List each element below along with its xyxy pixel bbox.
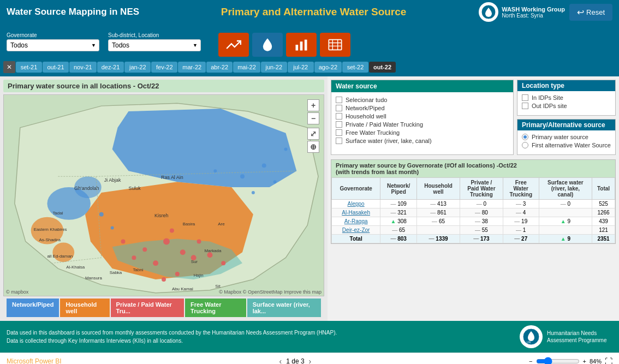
governorate-select[interactable]: Todos: [7, 39, 99, 51]
right-panel: Water source Selecionar tudo Network/Pip…: [328, 76, 619, 321]
fullscreen-icon[interactable]: ⛶: [605, 357, 612, 365]
timeline-item-out22[interactable]: out-22: [369, 62, 396, 73]
map-container[interactable]: Gh'andolah Ji Abjak Suluk Ras Al Ain Tad…: [3, 94, 324, 296]
svg-point-21: [121, 239, 126, 243]
cell-dez-free: — 1: [503, 226, 539, 235]
table-row: Deir-ez-Zor — 65 — 55 — 1 121: [332, 226, 615, 235]
lt-item-idps: In IDPs Site: [522, 94, 611, 101]
table-row: Aleppo — 109 — 413 — 0 — 3 — 0 525: [332, 200, 615, 208]
lt-checkbox-idps-in[interactable]: [522, 94, 528, 101]
zoom-slider[interactable]: [536, 357, 580, 365]
timeline-item-mai22[interactable]: mai-22: [233, 62, 260, 73]
chart-icon-button[interactable]: [286, 33, 317, 57]
svg-text:Markada: Markada: [204, 248, 221, 253]
col-piped: Network/Piped: [380, 178, 417, 200]
pa-label-alternative: First alternative Water Source: [532, 142, 611, 148]
cell-raqqa-paid: — 38: [460, 217, 503, 226]
timeline-item-ago22[interactable]: ago-22: [314, 62, 342, 73]
header: Water Source Mapping in NES Primary and …: [0, 0, 619, 24]
zoom-plus-icon[interactable]: +: [583, 358, 586, 365]
timeline-close-button[interactable]: ✕: [3, 61, 15, 73]
ws-item-piped: Network/Piped: [336, 105, 509, 111]
ws-label-surface: Surface water (river, lake, canal): [346, 138, 432, 144]
hnap-logo: UN: [520, 325, 543, 348]
timeline-item-mar22[interactable]: mar-22: [178, 62, 206, 73]
timeline-item-fev22[interactable]: fev-22: [151, 62, 177, 73]
ws-checkbox-paid[interactable]: [336, 121, 342, 128]
cell-hasakeh-free: — 4: [503, 208, 539, 217]
map-zoom-out-button[interactable]: −: [307, 112, 319, 124]
timeline-item-set21[interactable]: set-21: [16, 62, 42, 73]
svg-text:Ji Abjak: Ji Abjak: [104, 177, 121, 183]
map-section: Primary water source in all locations - …: [0, 76, 328, 321]
map-compass-button[interactable]: ⊕: [307, 141, 319, 153]
timeline-item-jul22[interactable]: jul-22: [288, 62, 314, 73]
cell-dez-total: 121: [592, 226, 615, 235]
map-fullscreen-button[interactable]: ⤢: [307, 128, 319, 140]
zoom-minus-icon[interactable]: −: [529, 358, 532, 365]
gov-total: Total: [332, 235, 380, 243]
trending-up-icon: [226, 37, 241, 52]
ws-item-free: Free Water Trucking: [336, 129, 509, 136]
filter-bar: Governorate Todos Sub-district, Location…: [0, 24, 619, 61]
svg-point-20: [162, 277, 166, 282]
cell-dez-paid: — 55: [460, 226, 503, 235]
ws-checkbox-all[interactable]: [336, 97, 342, 103]
table-icon-button[interactable]: [320, 33, 350, 57]
timeline-item-out21[interactable]: out-21: [43, 62, 69, 73]
cell-hasakeh-total: 1266: [592, 208, 615, 217]
timeline-item-set22[interactable]: set-22: [342, 62, 368, 73]
timeline-item-abr22[interactable]: abr-22: [206, 62, 233, 73]
legend-free-trucking: Free Water Trucking: [185, 299, 246, 317]
svg-point-29: [284, 148, 287, 151]
prev-page-button[interactable]: ‹: [279, 357, 282, 365]
svg-point-30: [273, 180, 277, 183]
timeline-item-dez21[interactable]: dez-21: [97, 62, 124, 73]
primary-alternative-box: Primary/Alternative source Primary water…: [517, 119, 616, 155]
map-zoom-in-button[interactable]: +: [307, 99, 319, 111]
powerbi-link[interactable]: Microsoft Power BI: [7, 357, 62, 365]
gov-aleppo[interactable]: Aleppo: [332, 200, 380, 208]
ws-item-paid: Private / Paid Water Trucking: [336, 121, 509, 128]
svg-text:UN: UN: [527, 341, 531, 344]
ws-checkbox-surface[interactable]: [336, 138, 342, 144]
cell-dez-surface: [539, 226, 592, 235]
lt-label-idps-in: In IDPs Site: [532, 94, 563, 101]
reset-button[interactable]: ↩ Reset: [569, 4, 612, 21]
gov-hasakeh[interactable]: Al-Hasakeh: [332, 208, 380, 217]
gov-raqqa[interactable]: Ar-Raqqa: [332, 217, 380, 226]
ws-checkbox-piped[interactable]: [336, 105, 342, 111]
next-page-button[interactable]: ›: [309, 357, 312, 365]
lt-checkbox-idps-out[interactable]: [522, 103, 528, 109]
ws-label-free: Free Water Trucking: [346, 129, 400, 136]
lt-item-out-idps: Out IDPs site: [522, 103, 611, 109]
timeline-item-jan22[interactable]: jan-22: [124, 62, 151, 73]
ws-label-paid: Private / Paid Water Trucking: [346, 121, 423, 128]
svg-text:Eastern Khabires: Eastern Khabires: [34, 227, 67, 232]
legend-bar: Network/Piped Household well Private / P…: [3, 296, 324, 319]
governorate-label: Governorate: [7, 32, 99, 38]
trend-icon-button[interactable]: [218, 33, 249, 57]
col-paid: Private /Paid WaterTrucking: [460, 178, 503, 200]
svg-text:Basira: Basira: [183, 222, 195, 226]
water-icon-button[interactable]: [252, 33, 283, 57]
icon-buttons: [218, 33, 350, 57]
timeline-item-jun22[interactable]: jun-22: [261, 62, 287, 73]
timeline-item-nov21[interactable]: nov-21: [69, 62, 97, 73]
gov-dez[interactable]: Deir-ez-Zor: [332, 226, 380, 235]
svg-rect-4: [329, 40, 341, 50]
map-title: Primary water source in all locations - …: [3, 80, 324, 92]
cell-total-total: 2351: [592, 235, 615, 243]
ws-item-all: Selecionar tudo: [336, 97, 509, 103]
legend-household-well: Household well: [60, 299, 109, 317]
svg-point-25: [240, 174, 245, 178]
svg-point-18: [170, 229, 174, 233]
pa-radio-primary[interactable]: [522, 134, 528, 140]
ws-checkbox-well[interactable]: [336, 113, 342, 120]
main-area: Primary water source in all locations - …: [0, 76, 619, 321]
pa-radio-alternative[interactable]: [522, 142, 528, 148]
subdistrict-select[interactable]: Todos: [108, 39, 201, 51]
table-row: Al-Hasakeh — 321 — 861 — 80 — 4 1266: [332, 208, 615, 217]
water-source-box: Water source Selecionar tudo Network/Pip…: [331, 80, 514, 155]
ws-checkbox-free[interactable]: [336, 129, 342, 136]
